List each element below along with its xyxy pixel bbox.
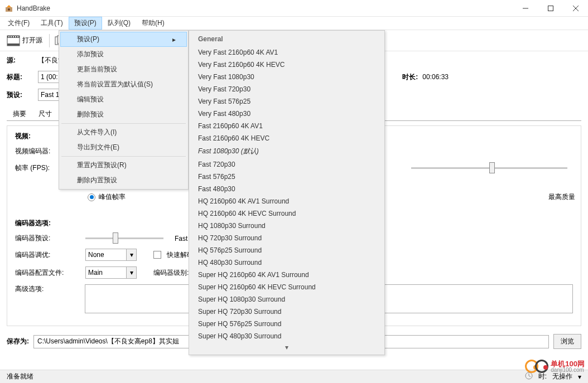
preset-item[interactable]: Very Fast 576p25 <box>190 95 383 108</box>
preset-item[interactable]: Very Fast 480p30 <box>190 108 383 120</box>
preset-menu-edit[interactable]: 编辑预设 <box>60 92 187 107</box>
app-icon <box>4 4 13 13</box>
svg-rect-8 <box>7 43 20 46</box>
preset-menu-export[interactable]: 导出到文件(E) <box>60 140 187 155</box>
preset-label: 预设: <box>7 90 33 100</box>
chevron-down-icon[interactable]: ▾ <box>578 373 581 381</box>
preset-item[interactable]: Very Fast 2160p60 4K AV1 <box>190 46 383 59</box>
watermark-text-bot: danji100.com <box>551 367 585 373</box>
svg-rect-10 <box>11 36 12 37</box>
svg-rect-3 <box>548 6 553 11</box>
menu-presets[interactable]: 预设(P) <box>69 17 102 30</box>
preset-item[interactable]: Super HQ 576p25 Surround <box>190 318 383 330</box>
chevron-down-icon[interactable]: ▾ <box>127 266 137 279</box>
preset-category-general: General <box>190 33 383 46</box>
preset-item[interactable]: Super HQ 2160p60 4K AV1 Surround <box>190 269 383 281</box>
toolbar-separator <box>49 34 50 47</box>
encoder-preset-label: 编码器预设: <box>15 234 65 243</box>
browse-button[interactable]: 浏览 <box>553 334 581 349</box>
encoder-profile-label: 编码器配置文件: <box>15 268 65 278</box>
idle-icon <box>525 372 533 381</box>
menu-help[interactable]: 帮助(H) <box>136 17 170 30</box>
statusbar: 准备就绪 时: 无操作 ▾ <box>0 370 588 383</box>
scroll-down-icon[interactable]: ▾ <box>190 342 383 352</box>
minimize-button[interactable] <box>513 0 538 17</box>
preset-item[interactable]: Very Fast 2160p60 4K HEVC <box>190 59 383 71</box>
preset-menu-update[interactable]: 更新当前预设 <box>60 62 187 77</box>
encoder-tune-select[interactable] <box>85 249 127 261</box>
vfr-label: 峰值帧率 <box>99 192 126 202</box>
encoder-tune-label: 编码器调优: <box>15 250 65 260</box>
menu-tools[interactable]: 工具(T) <box>35 17 68 30</box>
menu-separator <box>61 156 186 157</box>
film-icon <box>7 35 20 47</box>
preset-item[interactable]: Fast 480p30 <box>190 183 383 195</box>
preset-item[interactable]: Fast 2160p60 4K AV1 <box>190 120 383 132</box>
status-text: 准备就绪 <box>7 372 33 381</box>
preset-item[interactable]: HQ 2160p60 4K HEVC Surround <box>190 207 383 220</box>
preset-menu-set-default[interactable]: 将当前设置置为默认值(S) <box>60 77 187 92</box>
preset-item[interactable]: Very Fast 720p30 <box>190 83 383 95</box>
watermark-logo-icon <box>535 360 548 373</box>
preset-item[interactable]: HQ 480p30 Surround <box>190 256 383 269</box>
close-button[interactable] <box>563 0 588 17</box>
status-right-value: 无操作 <box>552 372 572 381</box>
duration-label: 时长: <box>402 72 418 82</box>
preset-menu-reset[interactable]: 重置内置预设(R) <box>60 158 187 173</box>
tab-dimensions[interactable]: 尺寸 <box>32 106 58 121</box>
preset-menu-add[interactable]: 添加预设 <box>60 47 187 62</box>
svg-point-1 <box>8 8 10 11</box>
watermark-text-top: 单机100网 <box>551 360 585 367</box>
preset-item[interactable]: Super HQ 2160p60 4K HEVC Surround <box>190 281 383 293</box>
preset-item[interactable]: Super HQ 720p30 Surround <box>190 306 383 318</box>
tab-summary[interactable]: 摘要 <box>7 106 32 121</box>
svg-line-18 <box>529 376 531 377</box>
title-label: 标题: <box>7 72 33 82</box>
preset-menu-import[interactable]: 从文件导入(I) <box>60 125 187 140</box>
best-quality-label: 最高质量 <box>548 192 575 202</box>
window-controls <box>513 0 588 17</box>
preset-item[interactable]: Very Fast 1080p30 <box>190 71 383 83</box>
svg-rect-11 <box>13 36 14 37</box>
quality-slider[interactable] <box>411 167 567 169</box>
preset-dropdown: 预设(P)▸ 添加预设 更新当前预设 将当前设置置为默认值(S) 编辑预设 删除… <box>59 30 189 190</box>
vfr-radio[interactable] <box>88 193 95 201</box>
advanced-label: 高级选项: <box>15 284 65 294</box>
preset-menu-presets[interactable]: 预设(P)▸ <box>60 32 187 47</box>
status-right-label: 时: <box>538 372 547 381</box>
svg-rect-9 <box>8 36 9 37</box>
open-source-button[interactable]: 打开源 <box>4 33 45 48</box>
preset-item[interactable]: HQ 576p25 Surround <box>190 244 383 256</box>
preset-item[interactable]: HQ 720p30 Surround <box>190 232 383 244</box>
watermark: 单机100网 danji100.com <box>525 360 585 373</box>
menu-queue[interactable]: 队列(Q) <box>102 17 136 30</box>
video-encoder-label: 视频编码器: <box>15 147 65 156</box>
preset-menu-delete-builtin[interactable]: 删除内置预设 <box>60 173 187 188</box>
preset-item[interactable]: HQ 2160p60 4K AV1 Surround <box>190 195 383 207</box>
fast-decode-checkbox[interactable] <box>153 251 161 259</box>
chevron-down-icon[interactable]: ▾ <box>127 249 137 261</box>
preset-item[interactable]: Fast 576p25 <box>190 171 383 183</box>
save-label: 保存为: <box>7 337 29 346</box>
preset-item[interactable]: Fast 1080p30 (默认) <box>190 144 383 158</box>
source-label: 源: <box>7 56 33 65</box>
encoder-level-label: 编码器级别: <box>153 268 189 278</box>
preset-item[interactable]: Fast 2160p60 4K HEVC <box>190 132 383 144</box>
encoder-preset-speed: Fast <box>175 235 187 243</box>
preset-item[interactable]: Super HQ 480p30 Surround <box>190 330 383 342</box>
menu-file[interactable]: 文件(F) <box>2 17 35 30</box>
preset-item[interactable]: Super HQ 1080p30 Surround <box>190 293 383 306</box>
encoder-profile-select[interactable] <box>85 266 127 279</box>
menu-separator <box>61 123 186 124</box>
menubar: 文件(F) 工具(T) 预设(P) 队列(Q) 帮助(H) <box>0 17 588 30</box>
fps-label: 帧率 (FPS): <box>15 163 65 173</box>
chevron-right-icon: ▸ <box>172 36 176 43</box>
duration-value: 00:06:33 <box>422 73 449 81</box>
preset-item[interactable]: Fast 720p30 <box>190 158 383 171</box>
maximize-button[interactable] <box>538 0 563 17</box>
encoder-preset-slider[interactable] <box>85 237 163 239</box>
preset-menu-delete[interactable]: 删除预设 <box>60 107 187 122</box>
preset-item[interactable]: HQ 1080p30 Surround <box>190 220 383 232</box>
svg-rect-12 <box>15 36 16 37</box>
open-source-label: 打开源 <box>22 36 42 45</box>
